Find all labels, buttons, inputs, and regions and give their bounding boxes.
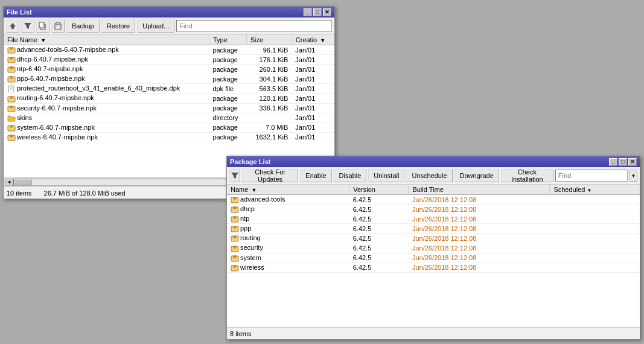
file-name-cell: ntp-6.40.7-mipsbe.npk [4, 65, 209, 74]
paste-icon [54, 22, 62, 30]
pkg-version-cell: 6.42.5 [349, 224, 409, 234]
check-updates-button[interactable]: Check For Updates [242, 169, 298, 182]
col-filename[interactable]: File Name ▼ [4, 35, 209, 45]
pkg-close-button[interactable]: ✕ [628, 158, 637, 166]
file-size-cell [246, 113, 292, 123]
file-name-cell: wireless-6.40.7-mipsbe.npk [4, 132, 209, 142]
table-row[interactable]: security-6.40.7-mipsbe.npk package 336.1… [4, 103, 334, 113]
pkg-buildtime-cell: Jun/26/2018 12:12:08 [409, 234, 550, 243]
disk-usage: 26.7 MiB of 128.0 MiB used [44, 190, 126, 197]
table-row[interactable]: ppp-6.40.7-mipsbe.npk package 304.1 KiB … [4, 74, 334, 84]
pkg-maximize-button[interactable]: □ [619, 158, 627, 166]
file-name-cell: ppp-6.40.7-mipsbe.npk [4, 74, 209, 84]
file-list-title: File List [7, 8, 32, 16]
table-row[interactable]: wireless-6.40.7-mipsbe.npk package 1632.… [4, 132, 334, 142]
pkg-col-buildtime[interactable]: Build Time [409, 185, 550, 195]
table-row[interactable]: system 6.42.5 Jun/26/2018 12:12:08 [227, 253, 640, 263]
up-icon [8, 22, 17, 30]
file-type-cell: package [209, 55, 246, 65]
file-type-cell: package [209, 132, 246, 142]
file-type-cell: package [209, 45, 246, 55]
enable-button[interactable]: Enable [300, 169, 331, 182]
backup-button[interactable]: Backup [66, 19, 100, 33]
filter-button[interactable] [21, 19, 34, 33]
package-list-window: Package List _ □ ✕ Check For Updates Ena… [226, 156, 640, 340]
pkg-search-dropdown[interactable]: ▼ [630, 170, 637, 182]
table-row[interactable]: ntp-6.40.7-mipsbe.npk package 260.1 KiB … [4, 65, 334, 74]
table-row[interactable]: advanced-tools 6.42.5 Jun/26/2018 12:12:… [227, 195, 640, 205]
pkg-col-name[interactable]: Name ▼ [227, 185, 349, 195]
pkg-scheduled-cell [550, 263, 640, 272]
pkg-name-cell: security [227, 243, 349, 253]
table-row[interactable]: advanced-tools-6.40.7-mipsbe.npk package… [4, 45, 334, 55]
navigate-up-button[interactable] [6, 19, 19, 33]
pkg-buildtime-cell: Jun/26/2018 12:12:08 [409, 263, 550, 272]
pkg-search-input[interactable] [555, 170, 628, 182]
table-row[interactable]: system-6.40.7-mipsbe.npk package 7.0 MiB… [4, 123, 334, 132]
table-row[interactable]: dhcp-6.40.7-mipsbe.npk package 176.1 KiB… [4, 55, 334, 65]
pkg-count: 8 items [230, 330, 251, 337]
col-type[interactable]: Type [209, 35, 246, 45]
file-name-cell: routing-6.40.7-mipsbe.npk [4, 94, 209, 103]
file-name-cell: system-6.40.7-mipsbe.npk [4, 123, 209, 132]
uninstall-button[interactable]: Uninstall [368, 169, 404, 182]
file-size-cell: 260.1 KiB [246, 65, 292, 74]
table-row[interactable]: dhcp 6.42.5 Jun/26/2018 12:12:08 [227, 205, 640, 214]
upload-button[interactable]: Upload... [137, 19, 174, 33]
sort-arrow-name: ▼ [251, 187, 257, 193]
package-icon [231, 245, 239, 252]
table-row[interactable]: security 6.42.5 Jun/26/2018 12:12:08 [227, 243, 640, 253]
pkg-minimize-button[interactable]: _ [609, 158, 617, 166]
sort-arrow-filename: ▼ [40, 37, 46, 43]
pkg-name-cell: advanced-tools [227, 195, 349, 205]
disable-button[interactable]: Disable [334, 169, 367, 182]
downgrade-button[interactable]: Downgrade [454, 169, 499, 182]
pkg-col-version[interactable]: Version [349, 185, 409, 195]
table-row[interactable]: protected_routerboot_v3_41_enable_6_40_m… [4, 84, 334, 94]
pkg-buildtime-cell: Jun/26/2018 12:12:08 [409, 253, 550, 263]
check-installation-button[interactable]: Check Installation [501, 169, 553, 182]
file-name-cell: protected_routerboot_v3_41_enable_6_40_m… [4, 84, 209, 94]
svg-rect-16 [8, 86, 14, 92]
file-search-input[interactable] [176, 20, 332, 32]
pkg-status-bar: 8 items [227, 327, 640, 339]
scroll-left-button[interactable]: ◄ [5, 179, 13, 186]
copy-button[interactable] [36, 19, 49, 33]
maximize-button[interactable]: □ [313, 8, 322, 16]
col-creation[interactable]: Creatio ▼ [292, 35, 334, 45]
pkg-list-body: advanced-tools 6.42.5 Jun/26/2018 12:12:… [227, 195, 640, 273]
minimize-button[interactable]: _ [304, 8, 312, 16]
pkg-version-cell: 6.42.5 [349, 263, 409, 272]
pkg-scheduled-cell [550, 214, 640, 224]
file-date-cell: Jan/01 [292, 74, 334, 84]
pkg-scheduled-cell [550, 205, 640, 214]
table-row[interactable]: skins directory Jan/01 [4, 113, 334, 123]
pkg-filter-button[interactable] [229, 169, 240, 182]
col-size[interactable]: Size [246, 35, 292, 45]
unschedule-button[interactable]: Unschedule [406, 169, 452, 182]
pkg-col-scheduled[interactable]: Scheduled ▼ [550, 185, 640, 195]
table-row[interactable]: routing-6.40.7-mipsbe.npk package 120.1 … [4, 94, 334, 103]
pkg-scheduled-cell [550, 234, 640, 243]
table-row[interactable]: wireless 6.42.5 Jun/26/2018 12:12:08 [227, 263, 640, 272]
close-button[interactable]: ✕ [323, 8, 331, 16]
package-icon [231, 225, 239, 232]
file-date-cell: Jan/01 [292, 132, 334, 142]
pkg-scheduled-cell [550, 253, 640, 263]
scheduled-dropdown-icon: ▼ [587, 188, 591, 193]
table-row[interactable]: routing 6.42.5 Jun/26/2018 12:12:08 [227, 234, 640, 243]
pkg-scheduled-cell [550, 224, 640, 234]
table-row[interactable]: ntp 6.42.5 Jun/26/2018 12:12:08 [227, 214, 640, 224]
file-size-cell: 7.0 MiB [246, 123, 292, 132]
pkg-list-table-container: Name ▼ Version Build Time Scheduled ▼ ad… [227, 185, 640, 331]
file-date-cell: Jan/01 [292, 113, 334, 123]
pkg-name-cell: wireless [227, 263, 349, 272]
pkg-list-header-row: Name ▼ Version Build Time Scheduled ▼ [227, 185, 640, 195]
file-date-cell: Jan/01 [292, 94, 334, 103]
table-row[interactable]: ppp 6.42.5 Jun/26/2018 12:12:08 [227, 224, 640, 234]
svg-rect-1 [39, 22, 44, 28]
paste-button[interactable] [51, 19, 65, 33]
file-list-header-row: File Name ▼ Type Size Creatio ▼ [4, 35, 334, 45]
restore-button[interactable]: Restore [101, 19, 136, 33]
scrollbar-thumb[interactable] [14, 179, 32, 185]
